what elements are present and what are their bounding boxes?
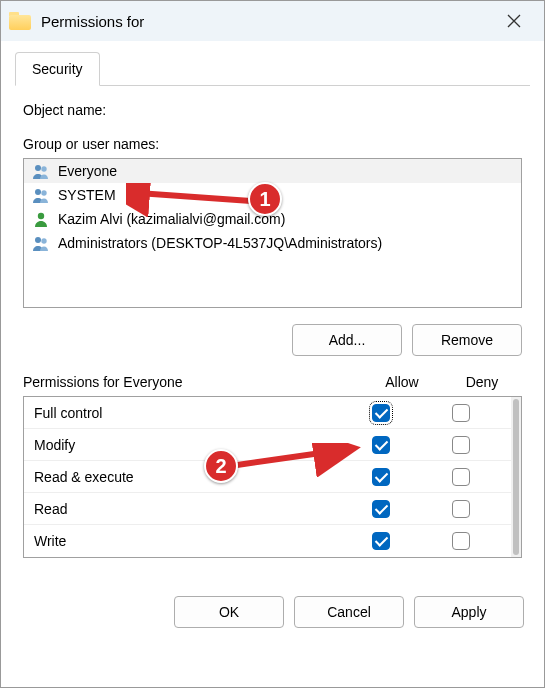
- svg-point-0: [35, 165, 41, 171]
- allow-checkbox[interactable]: [372, 404, 390, 422]
- principal-name: SYSTEM: [58, 187, 116, 203]
- folder-icon: [9, 12, 31, 30]
- deny-checkbox[interactable]: [452, 500, 470, 518]
- ok-button[interactable]: OK: [174, 596, 284, 628]
- permissions-table: Full controlModifyRead & executeReadWrit…: [23, 396, 522, 558]
- add-button[interactable]: Add...: [292, 324, 402, 356]
- permission-name: Full control: [34, 405, 341, 421]
- allow-header: Allow: [362, 374, 442, 390]
- title-bar: Permissions for: [1, 1, 544, 41]
- principal-name: Everyone: [58, 163, 117, 179]
- principal-item[interactable]: Administrators (DESKTOP-4L537JQ\Administ…: [24, 231, 521, 255]
- annotation-arrow-2: [231, 443, 361, 477]
- permission-row: Full control: [24, 397, 511, 429]
- group-or-user-names-label: Group or user names:: [23, 136, 522, 152]
- permissions-for-label: Permissions for Everyone: [23, 374, 362, 390]
- svg-point-6: [41, 238, 46, 243]
- object-name-label: Object name:: [23, 102, 522, 118]
- deny-header: Deny: [442, 374, 522, 390]
- svg-point-2: [35, 189, 41, 195]
- deny-checkbox[interactable]: [452, 468, 470, 486]
- remove-button[interactable]: Remove: [412, 324, 522, 356]
- permission-name: Read: [34, 501, 341, 517]
- group-icon: [32, 234, 50, 252]
- principals-listbox[interactable]: EveryoneSYSTEMKazim Alvi (kazimalialvi@g…: [23, 158, 522, 308]
- apply-button[interactable]: Apply: [414, 596, 524, 628]
- permission-name: Write: [34, 533, 341, 549]
- permissions-scrollbar[interactable]: [511, 397, 521, 557]
- svg-point-3: [41, 190, 46, 195]
- annotation-badge-2: 2: [204, 449, 238, 483]
- permission-row: Read: [24, 493, 511, 525]
- close-button[interactable]: [492, 1, 536, 41]
- user-icon: [32, 210, 50, 228]
- annotation-arrow-1: [126, 183, 256, 217]
- annotation-badge-1: 1: [248, 182, 282, 216]
- deny-checkbox[interactable]: [452, 532, 470, 550]
- svg-point-1: [41, 166, 46, 171]
- group-icon: [32, 162, 50, 180]
- cancel-button[interactable]: Cancel: [294, 596, 404, 628]
- group-icon: [32, 186, 50, 204]
- allow-checkbox[interactable]: [372, 532, 390, 550]
- allow-checkbox[interactable]: [372, 500, 390, 518]
- svg-point-4: [38, 213, 44, 219]
- allow-checkbox[interactable]: [372, 436, 390, 454]
- deny-checkbox[interactable]: [452, 404, 470, 422]
- window-title: Permissions for: [41, 13, 492, 30]
- dialog-footer: OK Cancel Apply: [1, 580, 544, 644]
- principal-name: Administrators (DESKTOP-4L537JQ\Administ…: [58, 235, 382, 251]
- close-icon: [507, 14, 521, 28]
- principal-item[interactable]: Everyone: [24, 159, 521, 183]
- permission-row: Write: [24, 525, 511, 557]
- scrollbar-thumb[interactable]: [513, 399, 519, 555]
- svg-line-8: [138, 193, 251, 201]
- svg-line-10: [237, 449, 349, 465]
- svg-point-5: [35, 237, 41, 243]
- deny-checkbox[interactable]: [452, 436, 470, 454]
- tab-security[interactable]: Security: [15, 52, 100, 86]
- allow-checkbox[interactable]: [372, 468, 390, 486]
- tab-strip: Security: [15, 51, 530, 86]
